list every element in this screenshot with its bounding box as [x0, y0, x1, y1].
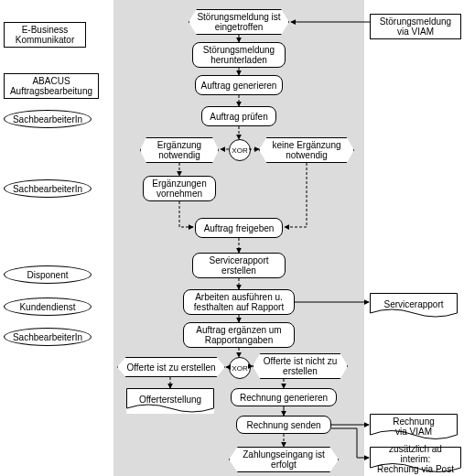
role-sachbearbeiter-1: SachbearbeiterIn — [4, 110, 92, 128]
function-herunterladen: Störungsmeldung herunterladen — [192, 42, 286, 68]
function-auftrag-generieren: Auftrag generieren — [195, 75, 283, 95]
function-auftrag-ergaenzen: Auftrag ergänzen um Rapportangaben — [183, 322, 295, 348]
function-label: Störungsmeldung herunterladen — [197, 45, 281, 65]
xor-gateway-2: XOR — [229, 357, 251, 379]
system-label: E-Business Kommunikator — [7, 25, 82, 45]
role-label: SachbearbeiterIn — [13, 184, 82, 194]
role-label: SachbearbeiterIn — [13, 114, 82, 124]
function-auftrag-pruefen: Auftrag prüfen — [201, 106, 276, 126]
function-ergaenzungen-vornehmen: Ergänzungen vornehmen — [143, 176, 216, 201]
event-label: Störungsmeldung ist eingetroffen — [195, 12, 283, 32]
event-label: Offerte ist nicht zu erstellen — [259, 356, 341, 376]
process-label: Offerterstellung — [139, 395, 201, 405]
event-label: Ergänzung notwendig — [146, 140, 212, 160]
system-ebusiness: E-Business Kommunikator — [4, 22, 86, 48]
function-auftrag-freigeben: Auftrag freigeben — [195, 218, 283, 238]
event-label: Zahlungseingang ist erfolgt — [235, 449, 332, 470]
document-label: zusätzlich ad interim: Rechnung via Post — [373, 444, 458, 474]
diagram-canvas: E-Business Kommunikator ABACUS Auftragsb… — [0, 0, 464, 476]
function-label: Rechnung senden — [246, 420, 320, 430]
system-label: ABACUS Auftragsbearbeitung — [7, 76, 95, 96]
function-servicerapport-erstellen: Servicerapport erstellen — [192, 253, 286, 278]
document-servicerapport: Servicerapport — [370, 293, 458, 319]
event-label: keine Ergänzung notwendig — [265, 140, 348, 160]
function-label: Auftrag ergänzen um Rapportangaben — [188, 325, 290, 345]
xor-label: XOR — [232, 364, 247, 373]
event-offerte-zu-erstellen: Offerte ist zu erstellen — [117, 357, 225, 377]
event-keine-ergaenzung: keine Ergänzung notwendig — [259, 137, 354, 163]
function-arbeiten-ausfuehren: Arbeiten ausführen u. festhalten auf Rap… — [183, 289, 295, 315]
role-label: Kundendienst — [19, 302, 75, 312]
document-label: Rechnung via VIAM — [393, 416, 435, 437]
role-kundendienst: Kundendienst — [4, 298, 92, 316]
xor-gateway-1: XOR — [229, 139, 251, 161]
input-stoerungsmeldung-viam: Störungsmeldung via VIAM — [370, 14, 461, 39]
function-rechnung-senden: Rechnung senden — [236, 416, 331, 434]
function-rechnung-generieren: Rechnung generieren — [231, 388, 337, 406]
role-sachbearbeiter-2: SachbearbeiterIn — [4, 179, 92, 198]
input-label: Störungsmeldung via VIAM — [373, 16, 458, 37]
system-abacus: ABACUS Auftragsbearbeitung — [4, 73, 99, 99]
role-label: SachbearbeiterIn — [13, 332, 82, 342]
document-rechnung-post: zusätzlich ad interim: Rechnung via Post — [370, 447, 461, 474]
event-stoerung-eingetroffen: Störungsmeldung ist eingetroffen — [189, 9, 289, 35]
event-label: Offerte ist zu erstellen — [126, 362, 215, 373]
function-label: Auftrag freigeben — [204, 223, 275, 233]
event-zahlungseingang: Zahlungseingang ist erfolgt — [229, 447, 339, 472]
function-label: Auftrag prüfen — [210, 112, 267, 122]
process-offerterstellung: Offerterstellung — [126, 388, 214, 414]
event-offerte-nicht-erstellen: Offerte ist nicht zu erstellen — [253, 353, 348, 379]
function-label: Servicerapport erstellen — [197, 255, 281, 276]
event-ergaenzung-notwendig: Ergänzung notwendig — [140, 137, 219, 163]
function-label: Ergänzungen vornehmen — [147, 178, 211, 199]
xor-label: XOR — [232, 146, 247, 155]
role-label: Disponent — [27, 270, 68, 280]
function-label: Auftrag generieren — [201, 81, 277, 91]
role-disponent: Disponent — [4, 265, 92, 284]
role-sachbearbeiter-3: SachbearbeiterIn — [4, 328, 92, 346]
document-rechnung-viam: Rechnung via VIAM — [370, 414, 458, 441]
function-label: Rechnung generieren — [240, 393, 328, 403]
function-label: Arbeiten ausführen u. festhalten auf Rap… — [188, 292, 290, 312]
document-label: Servicerapport — [383, 299, 443, 309]
